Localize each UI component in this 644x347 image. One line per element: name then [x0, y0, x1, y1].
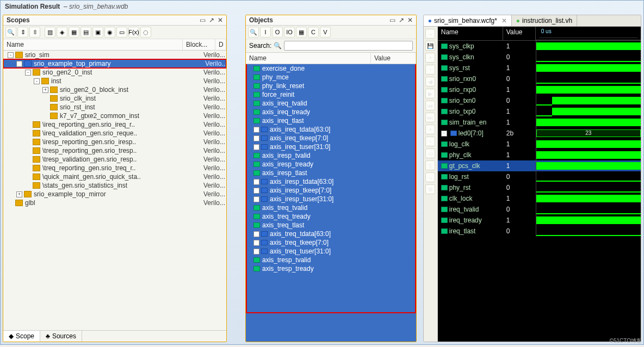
expand-toggle[interactable]: + [42, 87, 48, 93]
scope-row[interactable]: \iresp_reporting_gen.srio_iresp..Verilo.… [3, 138, 226, 146]
col-block[interactable]: Block... [183, 39, 215, 50]
expand-toggle[interactable]: + [253, 231, 259, 237]
expand-toggle[interactable]: - [25, 70, 31, 76]
scope-row[interactable]: \tresp_validation_gen.srio_resp..Verilo.… [3, 155, 226, 164]
object-row[interactable]: +axis_ireq_tuser[31:0] [246, 142, 416, 151]
doc-icon[interactable]: ▭ [116, 27, 127, 38]
wave-signal-row[interactable]: srio_rxn00 [438, 73, 641, 84]
object-row[interactable]: +axis_ireq_tkeep[7:0] [246, 134, 416, 142]
filter-int-icon[interactable]: ▦ [296, 27, 307, 38]
object-row[interactable]: +axis_iresp_tdata[63:0] [246, 177, 416, 186]
wave-signal-row[interactable]: phy_clk1 [438, 150, 641, 160]
scope-row[interactable]: +srio_example_top_mirrorVerilo... [3, 190, 226, 199]
col-d[interactable]: D [215, 39, 226, 50]
object-row[interactable]: axis_tresp_tready [246, 264, 416, 273]
add-marker-icon[interactable]: ＋ [425, 125, 435, 134]
object-row[interactable]: axis_iresp_tlast [246, 169, 416, 177]
scope-row[interactable]: -srio_simVerilo... [3, 51, 226, 59]
object-row[interactable]: +axis_treq_tdata[63:0] [246, 230, 416, 238]
object-row[interactable]: axis_treq_tlast [246, 221, 416, 230]
scope-row[interactable]: \treq_reporting_gen.srio_treq_r..Verilo.… [3, 164, 226, 172]
object-row[interactable]: +axis_iresp_tkeep[7:0] [246, 186, 416, 195]
reverse-icon[interactable]: ↔ [425, 172, 435, 182]
wave-signal-row[interactable]: gt_pcs_clk1 [438, 160, 641, 171]
expand-toggle[interactable]: - [34, 78, 40, 84]
object-row[interactable]: axis_treq_tready [246, 212, 416, 221]
expand-toggle[interactable]: + [253, 179, 259, 185]
object-row[interactable]: axis_ireq_tready [246, 108, 416, 116]
expand-toggle[interactable]: + [441, 131, 447, 137]
search-icon[interactable]: 🔍 [5, 27, 16, 38]
minimize-icon[interactable]: ▭ [200, 16, 206, 24]
filter-icon[interactable]: ▥ [45, 27, 55, 38]
scope-row[interactable]: \ireq_validation_gen.srio_reque..Verilo.… [3, 129, 226, 138]
scope-row[interactable]: \tresp_reporting_gen.srio_tresp..Verilo.… [3, 146, 226, 155]
object-row[interactable]: exercise_done [246, 64, 416, 73]
wave-signal-row[interactable]: sys_clkn0 [438, 52, 641, 63]
object-row[interactable]: force_reinit [246, 90, 416, 99]
expand-all-icon[interactable]: ⇳ [29, 27, 40, 38]
next-edge-icon[interactable]: ▶ [425, 89, 435, 98]
object-row[interactable]: phy_mce [246, 73, 416, 82]
object-row[interactable]: axis_iresp_tvalid [246, 151, 416, 160]
expand-toggle[interactable]: + [253, 144, 259, 150]
col-obj-name[interactable]: Name [246, 53, 371, 64]
remove-marker-icon[interactable]: － [425, 137, 435, 146]
expand-toggle[interactable]: - [16, 61, 22, 67]
col-name[interactable]: Name [3, 39, 183, 50]
group-icon[interactable]: ▭ [425, 148, 435, 158]
detach-icon[interactable]: ↗ [209, 16, 214, 24]
wave-signal-row[interactable]: sys_rst1 [438, 63, 641, 73]
wave-signal-row[interactable]: srio_txp01 [438, 106, 641, 117]
object-row[interactable]: axis_treq_tvalid [246, 203, 416, 212]
scope-row[interactable]: glblVerilo... [3, 199, 226, 207]
ungroup-icon[interactable]: ▯ [425, 160, 435, 170]
wave-tab[interactable]: ●srio_sim_behav.wcfg*✕ [424, 15, 512, 26]
object-row[interactable]: axis_ireq_tvalid [246, 99, 416, 108]
zoom-in-icon[interactable]: ＋ [425, 53, 435, 63]
object-row[interactable]: +axis_ireq_tdata[63:0] [246, 125, 416, 134]
wave-signal-row[interactable]: sys_clkp1 [438, 41, 641, 52]
objects-search-input[interactable] [284, 41, 412, 51]
expand-toggle[interactable]: - [8, 52, 14, 58]
block-icon[interactable]: ▦ [69, 27, 79, 38]
scope-row[interactable]: srio_rst_instVerilo... [3, 103, 226, 111]
scope-row[interactable]: \stats_gen.srio_statistics_instVerilo... [3, 181, 226, 190]
scope-row[interactable]: srio_clk_instVerilo... [3, 94, 226, 103]
wave-tab[interactable]: ●instruction_list.vh [512, 15, 577, 26]
object-row[interactable]: +axis_treq_tkeep[7:0] [246, 238, 416, 247]
wave-signal-row[interactable]: clk_lock1 [438, 193, 641, 204]
expand-toggle[interactable]: + [253, 127, 259, 133]
tab-sources[interactable]: ♣Sources [40, 331, 82, 342]
expand-toggle[interactable]: + [253, 196, 259, 202]
save-icon[interactable]: 💾 [425, 41, 435, 51]
expand-toggle[interactable]: + [16, 191, 22, 197]
goto-icon[interactable]: → [425, 29, 435, 39]
detach-icon[interactable]: ↗ [399, 16, 404, 24]
object-row[interactable]: +axis_treq_tuser[31:0] [246, 247, 416, 256]
filter-o-icon[interactable]: O [272, 27, 283, 38]
scope-row[interactable]: +srio_gen2_0_block_instVerilo... [3, 85, 226, 94]
last-icon[interactable]: ⏭ [425, 113, 435, 122]
close-icon[interactable]: ✕ [218, 16, 223, 24]
wave-rows[interactable]: sys_clkp1sys_clkn0sys_rst1srio_rxn00srio… [438, 41, 641, 342]
more-icon[interactable]: ◌ [140, 27, 151, 38]
filter-c-icon[interactable]: C [308, 27, 319, 38]
wave-signal-row[interactable]: +led0[7:0]2b23 [438, 128, 641, 139]
scope-row[interactable]: -srio_gen2_0_instVerilo... [3, 68, 226, 77]
wave-signal-row[interactable]: ireq_tvalid0 [438, 204, 641, 215]
wave-col-name[interactable]: Name [438, 27, 503, 40]
close-icon[interactable]: ✕ [407, 16, 413, 24]
tab-close-icon[interactable]: ✕ [501, 17, 507, 24]
zoom-out-icon[interactable]: － [425, 65, 435, 75]
expand-toggle[interactable]: + [253, 135, 259, 141]
object-row[interactable]: axis_tresp_tvalid [246, 256, 416, 264]
object-row[interactable]: axis_ireq_tlast [246, 116, 416, 125]
chip-icon[interactable]: ▣ [92, 27, 103, 38]
wave-signal-row[interactable]: log_rst0 [438, 171, 641, 182]
filter-i-icon[interactable]: I [260, 27, 271, 38]
module-icon[interactable]: ▤ [81, 27, 91, 38]
wave-signal-row[interactable]: srio_txn00 [438, 95, 641, 106]
wave-signal-row[interactable]: log_clk1 [438, 139, 641, 150]
fx-icon[interactable]: F(x) [128, 27, 139, 38]
